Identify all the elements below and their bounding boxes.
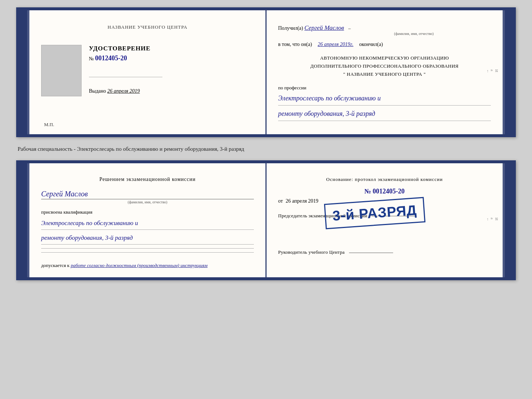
between-label: Рабочая специальность - Электрослесарь п… bbox=[16, 143, 516, 154]
spine-right-bottom bbox=[503, 163, 513, 277]
name-subtitle-top: (фамилия, имя, отчество) bbox=[337, 32, 491, 36]
training-center-title-left: НАЗВАНИЕ УЧЕБНОГО ЦЕНТРА bbox=[41, 24, 254, 30]
photo-placeholder bbox=[41, 45, 82, 96]
recipient-line: Получил(а) Сергей Маслов – (фамилия, имя… bbox=[278, 24, 491, 36]
cert-date: 26 апреля 2019г. bbox=[318, 42, 353, 47]
top-card-left-page: НАЗВАНИЕ УЧЕБНОГО ЦЕНТРА УДОСТОВЕРЕНИЕ №… bbox=[29, 10, 266, 134]
bottom-card-right-page: Основание: протокол экзаменационной коми… bbox=[266, 163, 503, 277]
side-letters-top: И а ← bbox=[486, 70, 499, 75]
top-card-right-page: Получил(а) Сергей Маслов – (фамилия, имя… bbox=[266, 10, 503, 134]
certificate-card-bottom: Решением экзаменационной комиссии Сергей… bbox=[16, 160, 516, 280]
letter-i2: И bbox=[495, 217, 499, 223]
cert-number-prefix: № bbox=[89, 56, 94, 61]
director-block: Руководитель учебного Центра bbox=[278, 249, 491, 256]
spine-left-bottom bbox=[19, 163, 29, 277]
profession-line2: ремонту оборудования, 3-й разряд bbox=[278, 108, 491, 121]
person-name-bottom: Сергей Маслов bbox=[41, 190, 254, 198]
dash1: – bbox=[348, 25, 351, 31]
certificate-card-top: НАЗВАНИЕ УЧЕБНОГО ЦЕНТРА УДОСТОВЕРЕНИЕ №… bbox=[16, 7, 516, 137]
org-line2: ДОПОЛНИТЕЛЬНОГО ПРОФЕССИОНАЛЬНОГО ОБРАЗО… bbox=[278, 62, 491, 70]
mp-label: М.П. bbox=[44, 122, 54, 128]
qual-text: Электрослесарь по обслуживанию и ремонту… bbox=[41, 218, 254, 245]
letter-a2: а bbox=[490, 217, 495, 223]
side-letters-bottom: И а ← bbox=[486, 217, 499, 223]
admission-block: допускается к работе согласно должностны… bbox=[41, 263, 258, 268]
cert-number: 0012405-20 bbox=[95, 54, 127, 62]
basis-number-prefix: № bbox=[364, 188, 371, 195]
profession-line1: Электрослесарь по обслуживанию и bbox=[278, 93, 491, 106]
issued-date: 26 апреля 2019 bbox=[107, 88, 140, 94]
bottom-card-left-page: Решением экзаменационной комиссии Сергей… bbox=[29, 163, 266, 277]
admission-label: допускается к bbox=[41, 263, 69, 268]
in-that-line: в том, что он(а) 26 апреля 2019г. окончи… bbox=[278, 42, 491, 47]
fio-subtitle-bottom: (фамилия, имя, отчество) bbox=[41, 199, 254, 204]
received-label: Получил(а) bbox=[278, 25, 303, 31]
org-line1: АВТОНОМНУЮ НЕКОММЕРЧЕСКУЮ ОРГАНИЗАЦИЮ bbox=[278, 54, 491, 62]
spine-left-top bbox=[19, 10, 29, 134]
cert-info: УДОСТОВЕРЕНИЕ № 0012405-20 Выдано 26 апр… bbox=[89, 45, 162, 94]
org-line3: " НАЗВАНИЕ УЧЕБНОГО ЦЕНТРА " bbox=[278, 70, 491, 78]
assigned-qual-label: присвоена квалификация bbox=[41, 209, 254, 215]
profession-handwritten: Электрослесарь по обслуживанию и ремонту… bbox=[278, 93, 491, 121]
issued-line: Выдано 26 апреля 2019 bbox=[89, 88, 162, 94]
director-sig-line bbox=[349, 253, 393, 253]
letter-arrow2: ← bbox=[486, 217, 490, 223]
issued-label: Выдано bbox=[89, 88, 106, 94]
spine-right-top bbox=[503, 10, 513, 134]
qual-line2: ремонту оборудования, 3-й разряд bbox=[41, 233, 254, 245]
basis-date-value: 26 апреля 2019 bbox=[285, 198, 318, 204]
cert-number-line: № 0012405-20 bbox=[89, 54, 162, 62]
org-block: АВТОНОМНУЮ НЕКОММЕРЧЕСКУЮ ОРГАНИЗАЦИЮ ДО… bbox=[278, 54, 491, 78]
basis-title: Основание: протокол экзаменационной коми… bbox=[278, 177, 491, 182]
basis-number-value: 0012405-20 bbox=[373, 188, 405, 195]
basis-number: № 0012405-20 bbox=[278, 188, 491, 195]
letter-a: а bbox=[490, 70, 495, 75]
cert-word: УДОСТОВЕРЕНИЕ bbox=[89, 45, 162, 52]
commission-title: Решением экзаменационной комиссии bbox=[41, 177, 254, 182]
profession-label: по профессии bbox=[278, 85, 491, 91]
admission-text: работе согласно должностным (производств… bbox=[71, 263, 207, 268]
director-label: Руководитель учебного Центра bbox=[278, 249, 345, 255]
letter-arrow: ← bbox=[486, 70, 490, 75]
finished-label: окончил(а) bbox=[359, 42, 383, 47]
letter-i: И bbox=[495, 70, 499, 75]
in-that-label: в том, что он(а) bbox=[278, 42, 312, 47]
basis-date-prefix: от bbox=[278, 198, 283, 204]
qual-line1: Электрослесарь по обслуживанию и bbox=[41, 218, 254, 230]
recipient-name: Сергей Маслов bbox=[304, 24, 344, 31]
